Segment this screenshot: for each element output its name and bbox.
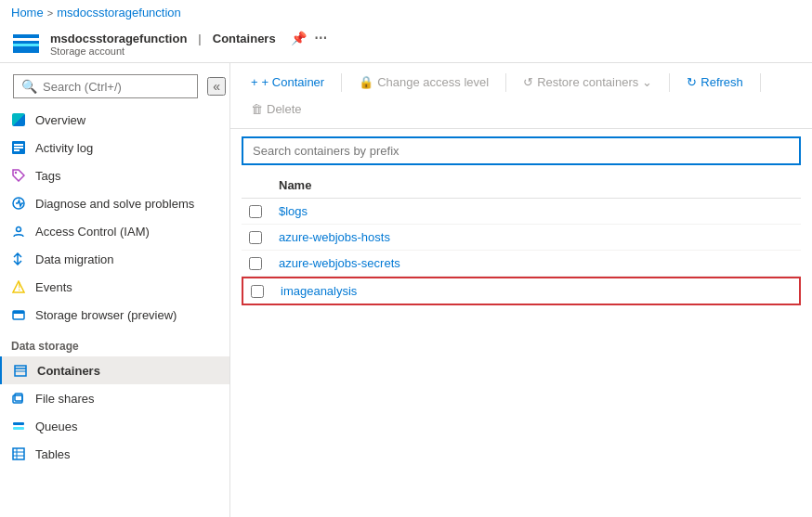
sidebar-item-tags[interactable]: Tags — [0, 162, 229, 189]
svg-rect-17 — [13, 427, 24, 430]
toolbar-sep-3 — [669, 73, 670, 92]
refresh-button[interactable]: ↻ Refresh — [677, 71, 753, 94]
search-input[interactable] — [43, 80, 190, 94]
sidebar-item-queues[interactable]: Queues — [0, 412, 229, 440]
search-containers-input[interactable] — [242, 136, 801, 165]
table-row[interactable]: imageanalysis — [242, 277, 801, 305]
activity-log-icon — [11, 140, 26, 155]
sidebar-search-box[interactable]: 🔍 — [13, 74, 198, 98]
sidebar-item-access-control[interactable]: Access Control (IAM) — [0, 217, 229, 245]
more-options-icon[interactable]: ⋯ — [314, 31, 327, 45]
page-header: msdocsstoragefunction | Containers 📌 ⋯ S… — [0, 25, 812, 63]
collapse-button[interactable]: « — [207, 77, 226, 96]
table-row[interactable]: $logs — [242, 199, 801, 225]
delete-icon: 🗑 — [251, 102, 263, 116]
delete-label: Delete — [267, 102, 302, 116]
sidebar: 🔍 « Overview Activity log Tags — [0, 63, 230, 517]
pin-icon[interactable]: 📌 — [291, 31, 307, 45]
toolbar-sep-1 — [341, 73, 342, 92]
sidebar-label-diagnose: Diagnose and solve problems — [35, 197, 194, 211]
sidebar-item-events[interactable]: ! Events — [0, 273, 229, 301]
svg-rect-2 — [14, 147, 23, 149]
table-row[interactable]: azure-webjobs-secrets — [242, 251, 801, 277]
access-control-icon — [11, 224, 26, 239]
lock-icon: 🔒 — [359, 75, 373, 89]
header-titles: msdocsstoragefunction | Containers 📌 ⋯ S… — [50, 31, 327, 57]
sidebar-label-access-control: Access Control (IAM) — [35, 225, 150, 239]
restore-button[interactable]: ↺ Restore containers ⌄ — [514, 71, 661, 94]
page-title: Containers — [213, 32, 276, 45]
sidebar-label-activity-log: Activity log — [35, 141, 93, 155]
content-area: + + Container 🔒 Change access level ↺ Re… — [230, 63, 812, 517]
restore-chevron-icon: ⌄ — [642, 75, 652, 89]
row-2-name[interactable]: azure-webjobs-hosts — [279, 230, 793, 244]
restore-icon: ↺ — [523, 75, 533, 89]
overview-icon — [11, 112, 26, 127]
row-1-checkbox[interactable] — [249, 205, 262, 218]
refresh-label: Refresh — [701, 75, 743, 89]
events-icon: ! — [11, 279, 26, 294]
svg-point-4 — [15, 172, 17, 174]
sidebar-item-containers[interactable]: Containers — [0, 356, 229, 384]
header-title: msdocsstoragefunction | Containers 📌 ⋯ — [50, 31, 327, 45]
search-container — [230, 129, 812, 173]
svg-rect-3 — [14, 149, 20, 151]
sidebar-label-tables: Tables — [35, 447, 71, 461]
main-layout: 🔍 « Overview Activity log Tags — [0, 63, 812, 517]
sidebar-label-storage-browser: Storage browser (preview) — [35, 308, 177, 322]
diagnose-icon — [11, 196, 26, 211]
svg-rect-15 — [15, 394, 22, 401]
sidebar-label-events: Events — [35, 280, 72, 294]
storage-browser-icon — [11, 307, 26, 322]
change-access-label: Change access level — [377, 75, 489, 89]
resource-icon — [11, 29, 41, 58]
row-3-checkbox[interactable] — [249, 257, 262, 270]
svg-rect-10 — [13, 311, 24, 314]
containers-icon — [13, 363, 28, 378]
file-shares-icon — [11, 391, 26, 406]
header-name-col: Name — [279, 178, 793, 192]
row-3-name[interactable]: azure-webjobs-secrets — [279, 256, 793, 270]
row-2-checkbox-cell — [249, 231, 279, 244]
row-1-checkbox-cell — [249, 205, 279, 218]
toolbar: + + Container 🔒 Change access level ↺ Re… — [230, 63, 812, 129]
queues-icon — [11, 419, 26, 433]
sidebar-item-tables[interactable]: Tables — [0, 440, 229, 468]
tables-icon — [11, 446, 26, 461]
row-3-checkbox-cell — [249, 257, 279, 270]
sidebar-label-queues: Queues — [35, 420, 78, 433]
sidebar-label-containers: Containers — [37, 364, 100, 378]
svg-rect-18 — [13, 448, 24, 459]
add-container-button[interactable]: + + Container — [242, 71, 334, 94]
data-migration-icon — [11, 252, 26, 266]
svg-point-6 — [17, 227, 21, 232]
toolbar-sep-2 — [505, 73, 506, 92]
sidebar-item-storage-browser[interactable]: Storage browser (preview) — [0, 301, 229, 329]
breadcrumb-home[interactable]: Home — [11, 6, 44, 19]
sidebar-item-activity-log[interactable]: Activity log — [0, 134, 229, 162]
row-4-name[interactable]: imageanalysis — [281, 284, 792, 298]
change-access-button[interactable]: 🔒 Change access level — [349, 71, 498, 94]
delete-button[interactable]: 🗑 Delete — [242, 97, 311, 121]
sidebar-item-overview[interactable]: Overview — [0, 106, 229, 134]
sidebar-item-file-shares[interactable]: File shares — [0, 384, 229, 412]
breadcrumb-current[interactable]: msdocsstoragefunction — [57, 6, 181, 19]
sidebar-label-tags: Tags — [35, 169, 60, 183]
table-row[interactable]: azure-webjobs-hosts — [242, 225, 801, 251]
sidebar-item-diagnose[interactable]: Diagnose and solve problems — [0, 189, 229, 217]
sidebar-item-data-migration[interactable]: Data migration — [0, 245, 229, 273]
sidebar-label-overview: Overview — [35, 113, 85, 127]
svg-text:!: ! — [18, 280, 21, 293]
breadcrumb-sep: > — [47, 7, 53, 19]
data-storage-section-label: Data storage — [0, 329, 229, 356]
row-4-checkbox[interactable] — [251, 285, 264, 298]
toolbar-sep-4 — [760, 73, 761, 92]
breadcrumb: Home > msdocsstoragefunction — [0, 0, 812, 25]
sidebar-label-file-shares: File shares — [35, 392, 95, 406]
row-2-checkbox[interactable] — [249, 231, 262, 244]
resource-name: msdocsstoragefunction — [50, 32, 187, 45]
search-icon: 🔍 — [21, 79, 37, 94]
row-1-name[interactable]: $logs — [279, 204, 793, 218]
refresh-icon: ↻ — [687, 75, 697, 89]
containers-table: Name $logs azure-webjobs-hosts azure-web… — [230, 173, 812, 517]
